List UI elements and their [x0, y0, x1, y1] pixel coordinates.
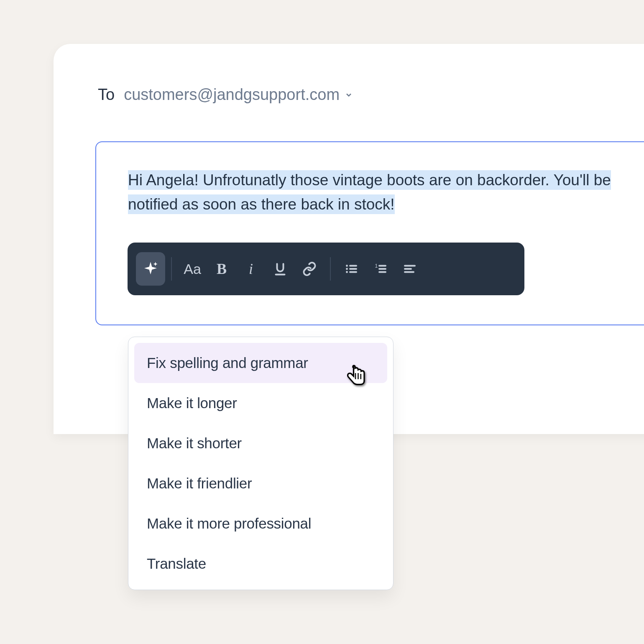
svg-point-1 — [346, 265, 348, 267]
recipient-address-text: customers@jandgsupport.com — [124, 86, 340, 104]
toolbar-divider — [330, 257, 331, 281]
numbered-list-button[interactable]: 1 — [366, 252, 395, 286]
recipient-address[interactable]: customers@jandgsupport.com — [124, 86, 353, 104]
underline-icon — [273, 261, 288, 276]
menu-item-make-professional[interactable]: Make it more professional — [134, 503, 387, 544]
bold-button[interactable]: B — [207, 252, 236, 286]
svg-text:1: 1 — [375, 263, 378, 269]
formatting-toolbar: Aa B i — [128, 243, 524, 295]
sparkle-icon — [142, 261, 159, 277]
message-editor[interactable]: Hi Angela! Unfrotunatly those vintage bo… — [95, 141, 644, 325]
align-button[interactable] — [395, 252, 424, 286]
ai-assist-button[interactable] — [136, 252, 165, 286]
toolbar-divider — [171, 257, 172, 281]
menu-item-make-longer[interactable]: Make it longer — [134, 383, 387, 423]
to-label: To — [98, 86, 115, 104]
link-icon — [302, 261, 317, 276]
bulleted-list-button[interactable] — [337, 252, 366, 286]
selected-text: Hi Angela! Unfrotunatly those vintage bo… — [128, 170, 611, 214]
menu-item-make-friendlier[interactable]: Make it friendlier — [134, 463, 387, 503]
bold-glyph: B — [217, 260, 227, 278]
menu-item-make-shorter[interactable]: Make it shorter — [134, 423, 387, 463]
chevron-down-icon — [345, 91, 353, 99]
compose-card: To customers@jandgsupport.com Hi Angela!… — [54, 44, 644, 434]
italic-glyph: i — [249, 260, 253, 278]
align-left-icon — [402, 261, 417, 276]
menu-item-translate[interactable]: Translate — [134, 544, 387, 584]
pointer-cursor-icon — [344, 362, 368, 386]
font-style-button[interactable]: Aa — [178, 252, 207, 286]
link-button[interactable] — [295, 252, 324, 286]
svg-point-3 — [346, 268, 348, 270]
font-glyph: Aa — [184, 261, 201, 277]
numbered-list-icon: 1 — [373, 261, 388, 276]
bulleted-list-icon — [344, 261, 359, 276]
recipient-row: To customers@jandgsupport.com — [54, 86, 644, 104]
italic-button[interactable]: i — [236, 252, 266, 286]
underline-button[interactable] — [266, 252, 295, 286]
svg-point-5 — [346, 271, 348, 273]
